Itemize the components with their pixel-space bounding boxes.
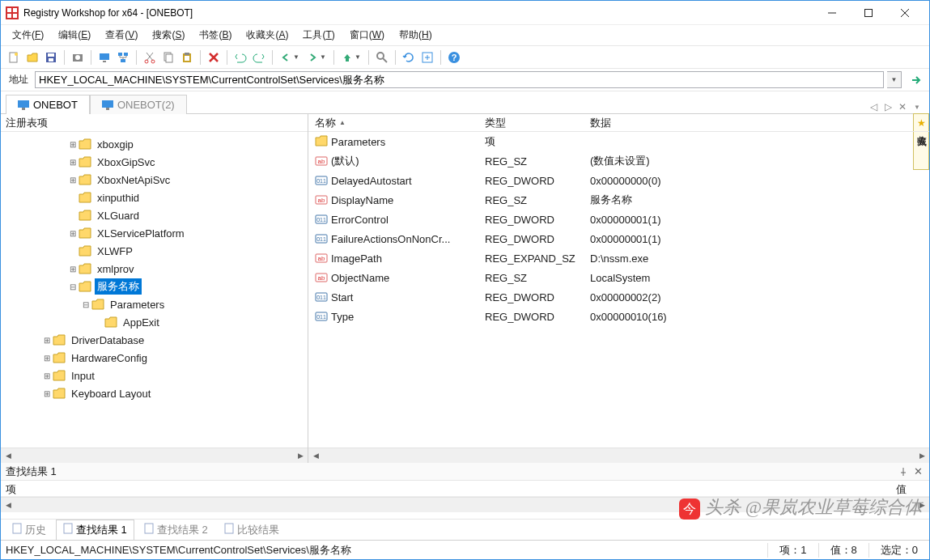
- tree-node[interactable]: ⊞xmlprov: [2, 260, 306, 278]
- menu-h[interactable]: 帮助(H): [393, 26, 439, 45]
- capture-icon[interactable]: [70, 49, 86, 66]
- value-row[interactable]: abObjectNameREG_SZLocalSystem: [308, 268, 929, 287]
- tree-node[interactable]: XLGuard: [2, 206, 306, 224]
- menu-b[interactable]: 书签(B): [193, 26, 238, 45]
- tree-hscroll[interactable]: ◀▶: [1, 448, 308, 462]
- tree-node[interactable]: xinputhid: [2, 189, 306, 206]
- tab-prev-icon[interactable]: ◁: [867, 100, 880, 113]
- value-row[interactable]: ab(默认)REG_SZ(数值未设置): [308, 151, 929, 171]
- find-icon[interactable]: [374, 49, 390, 66]
- monitor-icon[interactable]: [96, 49, 113, 66]
- svg-rect-36: [22, 108, 25, 110]
- tree-node[interactable]: XLWFP: [2, 242, 306, 260]
- tree-node[interactable]: ⊞XLServicePlatform: [2, 224, 306, 242]
- toolbar: ▼ ▼ ▼ ?: [1, 46, 929, 69]
- network-icon[interactable]: [115, 49, 131, 66]
- go-icon[interactable]: [908, 72, 924, 88]
- panel-close-icon[interactable]: ✕: [911, 465, 924, 478]
- results-hscroll[interactable]: ◀▶: [1, 497, 929, 511]
- tree-node[interactable]: ⊞HardwareConfig: [2, 349, 306, 367]
- up-button[interactable]: ▼: [339, 49, 363, 66]
- pin-icon[interactable]: [897, 465, 910, 478]
- copy-icon[interactable]: [160, 49, 176, 66]
- doc-tab[interactable]: ONEBOT(2): [90, 95, 187, 114]
- value-row[interactable]: 011ErrorControlREG_DWORD0x00000001(1): [308, 210, 929, 229]
- tree-node[interactable]: AppExit: [2, 313, 306, 331]
- tree-node[interactable]: ⊞XboxGipSvc: [2, 153, 306, 171]
- bottom-tab[interactable]: 查找结果 1: [56, 520, 134, 541]
- values-hscroll[interactable]: ◀▶: [308, 448, 929, 462]
- expand-toggle[interactable]: ⊞: [41, 389, 53, 398]
- maximize-button[interactable]: [850, 2, 886, 24]
- tree-node[interactable]: ⊞Keyboard Layout: [2, 384, 306, 402]
- doc-tab[interactable]: ONEBOT: [6, 95, 90, 114]
- help-icon[interactable]: ?: [446, 49, 462, 66]
- svg-rect-4: [13, 14, 17, 18]
- col-data[interactable]: 数据: [584, 114, 929, 131]
- undo-icon[interactable]: [232, 49, 248, 66]
- menu-e[interactable]: 编辑(E): [52, 26, 97, 45]
- expand-toggle[interactable]: ⊞: [41, 371, 53, 380]
- tab-close-icon[interactable]: ✕: [896, 100, 909, 113]
- tab-menu-icon[interactable]: ▼: [911, 100, 924, 113]
- minimize-button[interactable]: [813, 2, 850, 24]
- expand-toggle[interactable]: ⊞: [67, 229, 79, 238]
- tree-node[interactable]: ⊟Parameters: [2, 295, 306, 313]
- results-col-item[interactable]: 项: [1, 481, 891, 496]
- back-button[interactable]: ▼: [278, 49, 302, 66]
- expand-toggle[interactable]: ⊞: [67, 140, 79, 149]
- expand-toggle[interactable]: ⊞: [67, 176, 79, 185]
- refresh-icon[interactable]: [401, 49, 417, 66]
- tree-view[interactable]: ⊞xboxgip⊞XboxGipSvc⊞XboxNetApiSvcxinputh…: [1, 132, 308, 448]
- address-dropdown[interactable]: ▼: [887, 71, 902, 88]
- window-title: Registry Workshop for x64 - [ONEBOT]: [23, 7, 193, 19]
- value-row[interactable]: Parameters项: [308, 132, 929, 151]
- expand-toggle[interactable]: ⊟: [80, 300, 91, 309]
- bottom-tab[interactable]: 查找结果 2: [138, 520, 214, 540]
- forward-button[interactable]: ▼: [304, 49, 329, 66]
- expand-toggle[interactable]: ⊞: [67, 265, 79, 274]
- value-row[interactable]: 011StartREG_DWORD0x00000002(2): [308, 287, 929, 307]
- tree-node[interactable]: ⊞Input: [2, 367, 306, 384]
- value-row[interactable]: 011DelayedAutostartREG_DWORD0x00000000(0…: [308, 171, 929, 190]
- paste-icon[interactable]: [179, 49, 195, 66]
- expand-toggle[interactable]: ⊞: [67, 158, 79, 167]
- results-col-value[interactable]: 值: [891, 481, 911, 496]
- tab-next-icon[interactable]: ▷: [881, 100, 894, 113]
- folder-icon: [79, 245, 91, 257]
- save-icon[interactable]: [43, 49, 59, 66]
- menu-a[interactable]: 收藏夹(A): [240, 26, 295, 45]
- expand-toggle[interactable]: ⊞: [41, 336, 53, 345]
- menu-f[interactable]: 文件(F): [6, 26, 50, 45]
- tree-node[interactable]: ⊞XboxNetApiSvc: [2, 171, 306, 189]
- menu-s[interactable]: 搜索(S): [146, 26, 191, 45]
- value-row[interactable]: 011TypeREG_DWORD0x00000010(16): [308, 307, 929, 326]
- delete-icon[interactable]: [206, 49, 222, 66]
- value-name: (默认): [331, 154, 359, 168]
- col-type[interactable]: 类型: [478, 114, 584, 131]
- svg-rect-27: [185, 56, 189, 61]
- values-list[interactable]: Parameters项ab(默认)REG_SZ(数值未设置)011Delayed…: [308, 132, 929, 448]
- menu-v[interactable]: 查看(V): [99, 26, 144, 45]
- close-button[interactable]: [886, 2, 923, 24]
- value-row[interactable]: 011FailureActionsOnNonCr...REG_DWORD0x00…: [308, 229, 929, 248]
- col-name[interactable]: 名称 ▲: [308, 114, 478, 131]
- tool-icon[interactable]: [419, 49, 435, 66]
- address-input[interactable]: [35, 71, 884, 88]
- redo-icon[interactable]: [251, 49, 267, 66]
- tree-node[interactable]: ⊟服务名称: [2, 278, 306, 295]
- value-row[interactable]: abImagePathREG_EXPAND_SZD:\nssm.exe: [308, 248, 929, 268]
- tree-label: 服务名称: [95, 278, 142, 295]
- value-row[interactable]: abDisplayNameREG_SZ服务名称: [308, 190, 929, 210]
- tree-node[interactable]: ⊞xboxgip: [2, 135, 306, 153]
- menu-w[interactable]: 窗口(W): [343, 26, 391, 45]
- tree-node[interactable]: ⊞DriverDatabase: [2, 331, 306, 349]
- new-icon[interactable]: [6, 49, 22, 66]
- cut-icon[interactable]: [142, 49, 158, 66]
- expand-toggle[interactable]: ⊞: [41, 354, 53, 363]
- bottom-tab[interactable]: 历史: [6, 520, 53, 540]
- open-icon[interactable]: [24, 49, 40, 66]
- menu-t[interactable]: 工具(T): [296, 26, 341, 45]
- expand-toggle[interactable]: ⊟: [67, 282, 79, 291]
- bottom-tab[interactable]: 比较结果: [218, 520, 286, 540]
